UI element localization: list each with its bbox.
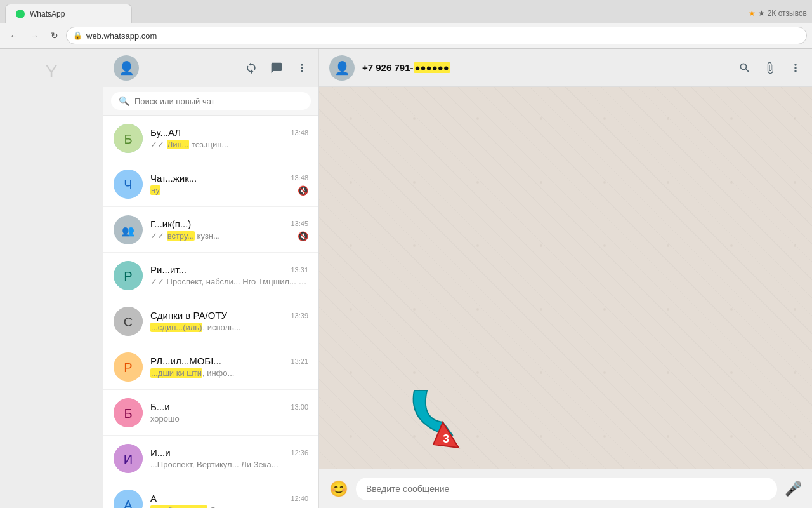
chat-preview: ...Проспект, Вертикул... Ли Зека... — [150, 460, 308, 469]
chat-avatar: Б — [114, 124, 143, 153]
back-button[interactable]: ← — [5, 27, 23, 44]
chat-view-avatar[interactable]: 👤 — [329, 55, 355, 81]
chat-top: Бу...АЛ 13:48 — [150, 127, 308, 138]
address-bar[interactable]: 🔒 web.whatsapp.com — [66, 27, 807, 44]
svg-text:А: А — [124, 497, 133, 508]
chat-menu-button[interactable] — [789, 62, 802, 74]
chat-preview: ...дши ки шти, инфо... — [150, 368, 308, 378]
svg-text:3: 3 — [443, 432, 449, 445]
search-icon: 🔍 — [119, 96, 129, 106]
active-tab[interactable]: WhatsApp — [5, 4, 132, 23]
tab-bar: WhatsApp ★ ★ 2К отзывов — [0, 0, 812, 23]
refresh-button[interactable] — [245, 62, 258, 74]
emoji-button[interactable]: 😊 — [329, 480, 348, 498]
muted-icon: 🔇 — [298, 231, 308, 241]
chat-item[interactable]: Б Бу...АЛ 13:48 ✓✓ Лин... тез.щин... — [103, 116, 318, 161]
svg-text:С: С — [124, 314, 133, 328]
app-container: Y 👤 — [0, 49, 812, 508]
header-icons — [245, 62, 308, 74]
chat-item[interactable]: И И...и 12:36 ...Проспект, Вертикул... Л… — [103, 436, 318, 481]
chat-view-name: +7 926 791-●●●●●● — [362, 62, 731, 73]
chat-item[interactable]: 👥 Г...ик(п...) 13:45 ✓✓ встру... кузн...… — [103, 207, 318, 253]
chat-time: 13:21 — [291, 358, 308, 365]
chat-bottom: ...сдин...(иль), исполь... — [150, 323, 308, 332]
chat-time: 13:31 — [291, 266, 308, 274]
chat-content: Г...ик(п...) 13:45 ✓✓ встру... кузн... 🔇 — [150, 218, 308, 241]
chat-view-panel: 👤 +7 926 791-●●●●●● — [319, 49, 812, 508]
chat-name: Г...ик(п...) — [150, 218, 191, 229]
chat-avatar: Р — [114, 352, 143, 382]
svg-text:Ч: Ч — [124, 177, 132, 191]
chat-preview: ...сдин...(иль), исполь... — [150, 323, 308, 332]
chat-preview: ну — [150, 185, 295, 195]
background-pattern — [319, 87, 812, 469]
chat-content: Чат...жик... 13:48 ну 🔇 — [150, 173, 308, 196]
my-avatar[interactable]: 👤 — [114, 55, 139, 81]
chat-bottom: ну 🔇 — [150, 185, 308, 196]
svg-text:Р: Р — [124, 360, 132, 374]
mic-button[interactable]: 🎤 — [785, 481, 802, 497]
chat-name: А — [150, 493, 157, 504]
avatar-icon: 👤 — [119, 60, 134, 76]
chat-name: Сдинки в РА/ОТУ — [150, 310, 227, 321]
chat-avatar: Ч — [114, 170, 143, 199]
chat-item[interactable]: Р Ри...ит... 13:31 ✓✓ Проспект, набсли..… — [103, 253, 318, 298]
chat-content: И...и 12:36 ...Проспект, Вертикул... Ли … — [150, 447, 308, 469]
chat-top: Сдинки в РА/ОТУ 13:39 — [150, 310, 308, 321]
chat-content: Б...и 13:00 хорошо — [150, 401, 308, 424]
chat-attach-button[interactable] — [764, 62, 776, 74]
chat-top: Г...ик(п...) 13:45 — [150, 218, 308, 229]
chat-top: И...и 12:36 — [150, 447, 308, 458]
svg-text:И: И — [124, 451, 133, 465]
menu-button[interactable] — [296, 62, 308, 74]
chat-item[interactable]: А А 12:40 ...мобильнул... Gy — [103, 481, 318, 508]
avatar-image: 👤 — [334, 60, 350, 76]
new-chat-button[interactable] — [270, 62, 283, 74]
chat-name: Б...и — [150, 401, 170, 412]
chat-bottom: ✓✓ Лин... тез.щин... — [150, 140, 308, 149]
sticker-arrow: 3 — [395, 371, 478, 457]
chat-avatar: Р — [114, 261, 143, 290]
chat-bottom: ...Проспект, Вертикул... Ли Зека... — [150, 460, 308, 469]
search-bar: 🔍 — [103, 87, 318, 116]
chat-content: РЛ...ил...МОБI... 13:21 ...дши ки шти, и… — [150, 356, 308, 378]
chat-view-info[interactable]: +7 926 791-●●●●●● — [362, 62, 731, 73]
chat-top: Б...и 13:00 — [150, 401, 308, 412]
chat-time: 13:00 — [291, 403, 308, 411]
svg-text:Р: Р — [124, 269, 132, 283]
chat-name: Бу...АЛ — [150, 127, 181, 138]
chat-content: Сдинки в РА/ОТУ 13:39 ...сдин...(иль), и… — [150, 310, 308, 332]
chat-background: 3 — [319, 87, 812, 469]
chat-preview: ✓✓ Лин... тез.щин... — [150, 140, 308, 149]
search-input[interactable] — [134, 97, 303, 106]
chat-preview: ✓✓ встру... кузн... — [150, 231, 295, 241]
chat-content: Ри...ит... 13:31 ✓✓ Проспект, набсли... … — [150, 264, 308, 286]
phone-highlight: ●●●●●● — [414, 62, 450, 73]
forward-button[interactable]: → — [25, 27, 43, 44]
chat-item[interactable]: Р РЛ...ил...МОБI... 13:21 ...дши ки шти,… — [103, 344, 318, 390]
whatsapp-container: 👤 🔍 — [103, 49, 812, 508]
chat-name: И...и — [150, 447, 171, 458]
sidebar-icon: Y — [46, 62, 58, 82]
chat-bottom: хорошо — [150, 414, 308, 424]
chat-avatar: Б — [114, 398, 143, 427]
chat-top: Ри...ит... 13:31 — [150, 264, 308, 275]
chat-item[interactable]: С Сдинки в РА/ОТУ 13:39 ...сдин...(иль),… — [103, 298, 318, 344]
svg-text:👥: 👥 — [122, 224, 134, 236]
chat-name: РЛ...ил...МОБI... — [150, 356, 221, 366]
chat-content: А 12:40 ...мобильнул... Gy — [150, 493, 308, 508]
chat-item[interactable]: Б Б...и 13:00 хорошо — [103, 390, 318, 436]
chat-bottom: ✓✓ Проспект, набсли... Нго Тмцшил... Тро… — [150, 277, 308, 286]
reload-button[interactable]: ↻ — [46, 27, 63, 44]
browser-sidebar: Y — [0, 49, 103, 508]
search-input-wrapper[interactable]: 🔍 — [111, 92, 311, 110]
message-input[interactable] — [356, 478, 777, 500]
chat-top: А 12:40 — [150, 493, 308, 504]
chat-item[interactable]: Ч Чат...жик... 13:48 ну 🔇 — [103, 161, 318, 207]
chat-avatar: И — [114, 444, 143, 473]
chat-time: 13:45 — [291, 220, 308, 227]
chat-time: 13:48 — [291, 129, 308, 137]
browser-nav: ← → ↻ 🔒 web.whatsapp.com — [0, 23, 812, 48]
message-input-bar: 😊 🎤 — [319, 469, 812, 508]
chat-search-button[interactable] — [738, 62, 751, 74]
